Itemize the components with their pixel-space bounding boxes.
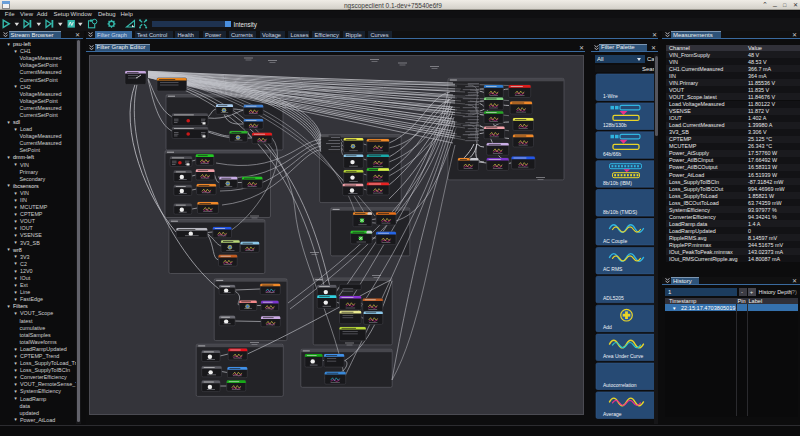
svg-text:8b/10b (IBM): 8b/10b (IBM) [603,180,632,186]
svg-text:8b/10b (TMDS): 8b/10b (TMDS) [603,209,638,215]
svg-text:Average: Average [603,411,622,417]
svg-text:1-Wire: 1-Wire [603,93,618,99]
svg-text:AC RMS: AC RMS [603,266,623,272]
svg-text:ADL5205: ADL5205 [603,295,624,301]
svg-text:128b/130b: 128b/130b [603,122,627,128]
svg-text:Area Under Curve: Area Under Curve [603,353,644,359]
svg-text:Add: Add [603,324,612,330]
svg-text:64b/66b: 64b/66b [603,151,621,157]
svg-text:AC Couple: AC Couple [603,238,627,244]
svg-text:Autocorrelation: Autocorrelation [603,382,637,388]
